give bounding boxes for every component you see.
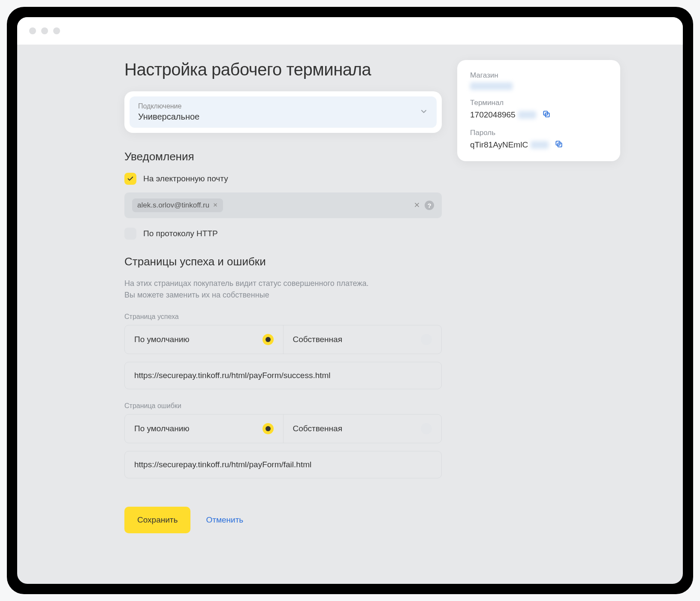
copy-icon[interactable]	[542, 110, 551, 120]
http-checkbox[interactable]	[124, 228, 136, 240]
password-value-masked: ███	[531, 141, 549, 149]
info-card: Магазин ████████ Терминал 1702048965███	[457, 60, 620, 161]
email-checkbox[interactable]	[124, 173, 136, 185]
error-url-input[interactable]	[124, 451, 442, 478]
browser-titlebar	[17, 17, 683, 45]
error-page-radio-group: По умолчанию Собственная	[124, 414, 442, 443]
pages-description: На этих страницах покупатель видит стату…	[124, 278, 442, 301]
notifications-title: Уведомления	[124, 150, 442, 163]
help-icon[interactable]: ?	[425, 201, 434, 210]
connection-label: Подключение	[138, 102, 199, 110]
terminal-label: Терминал	[470, 99, 607, 107]
page-title: Настройка рабочего терминала	[124, 60, 442, 79]
window-dot	[41, 27, 48, 34]
pages-title: Страницы успеха и ошибки	[124, 255, 442, 268]
success-custom-option[interactable]: Собственная	[283, 325, 442, 354]
store-label: Магазин	[470, 71, 607, 80]
connection-select[interactable]: Подключение Универсальное	[130, 96, 437, 128]
chevron-down-icon	[419, 107, 428, 117]
chip-remove-icon[interactable]	[213, 201, 218, 210]
clear-icon[interactable]	[413, 201, 420, 210]
radio-selected-icon	[262, 334, 274, 345]
cancel-button[interactable]: Отменить	[206, 515, 243, 525]
copy-icon[interactable]	[555, 140, 563, 150]
store-value-masked: ████████	[470, 82, 513, 90]
radio-selected-icon	[262, 423, 274, 434]
email-chip: alek.s.orlov@tinkoff.ru	[132, 198, 223, 212]
email-input[interactable]: alek.s.orlov@tinkoff.ru ?	[124, 192, 442, 218]
error-page-label: Страница ошибки	[124, 402, 442, 410]
email-checkbox-label: На электронную почту	[143, 174, 228, 183]
window-dot	[53, 27, 60, 34]
error-default-option[interactable]: По умолчанию	[125, 415, 283, 443]
terminal-value: 1702048965	[470, 110, 516, 120]
radio-unselected-icon	[421, 334, 432, 345]
password-value: qTir81AyNEmlC	[470, 140, 528, 150]
connection-value: Универсальное	[138, 112, 199, 122]
success-default-option[interactable]: По умолчанию	[125, 325, 283, 354]
error-custom-option[interactable]: Собственная	[283, 415, 442, 443]
password-label: Пароль	[470, 129, 607, 137]
success-page-radio-group: По умолчанию Собственная	[124, 325, 442, 354]
terminal-value-masked: ███	[518, 111, 536, 119]
radio-unselected-icon	[421, 423, 432, 434]
success-url-input[interactable]	[124, 362, 442, 389]
http-checkbox-label: По протоколу HTTP	[143, 229, 218, 238]
connection-card: Подключение Универсальное	[124, 91, 442, 133]
success-page-label: Страница успеха	[124, 313, 442, 321]
window-dot	[29, 27, 36, 34]
email-chip-text: alek.s.orlov@tinkoff.ru	[137, 201, 209, 210]
save-button[interactable]: Сохранить	[124, 507, 190, 533]
